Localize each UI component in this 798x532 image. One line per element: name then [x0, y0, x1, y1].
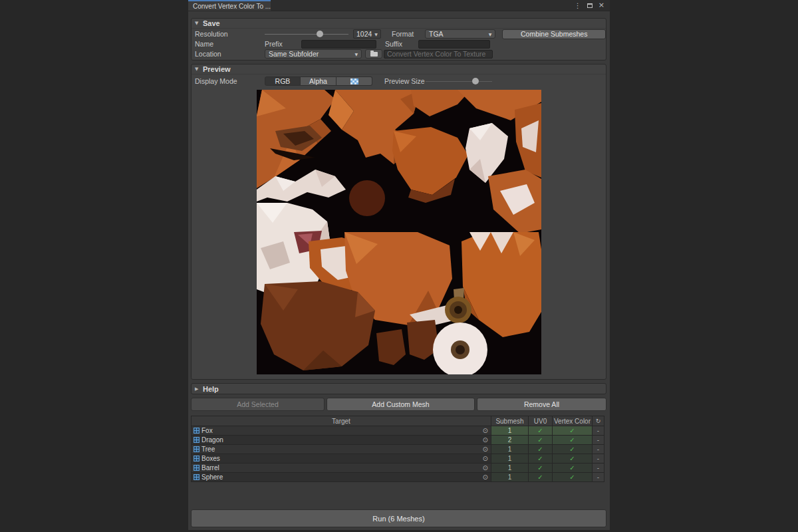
- submesh-cell: 1: [491, 454, 529, 463]
- suffix-input[interactable]: [418, 40, 490, 49]
- object-picker-icon[interactable]: ⊙: [483, 436, 488, 444]
- table-row[interactable]: Fox⊙1✓✓-: [192, 426, 604, 435]
- tab-convert-vertex-color[interactable]: Convert Vertex Color To ...: [188, 0, 271, 11]
- refresh-cell[interactable]: -: [593, 473, 604, 481]
- submesh-cell: 1: [491, 426, 529, 435]
- add-selected-button[interactable]: Add Selected: [191, 398, 325, 411]
- texture-atlas-image: [257, 90, 541, 374]
- preview-header[interactable]: ▼ Preview: [192, 65, 606, 74]
- save-header[interactable]: ▼ Save: [192, 19, 606, 29]
- tab-bar: Convert Vertex Color To ... ⋮ ×: [188, 0, 610, 11]
- object-picker-icon[interactable]: ⊙: [483, 473, 488, 481]
- resolution-slider-handle[interactable]: [317, 31, 323, 37]
- header-vertex-color: Vertex Color: [553, 416, 593, 426]
- combine-submeshes-button[interactable]: Combine Submeshes: [502, 29, 606, 39]
- help-header-label: Help: [203, 385, 219, 393]
- name-row: Name Prefix Suffix: [192, 39, 606, 49]
- check-icon: ✓: [537, 464, 543, 471]
- object-picker-icon[interactable]: ⊙: [483, 464, 488, 471]
- close-icon[interactable]: ×: [598, 2, 604, 9]
- object-picker-icon[interactable]: ⊙: [483, 427, 488, 434]
- vertex-color-cell: ✓: [553, 464, 593, 472]
- uv0-cell: ✓: [529, 464, 553, 472]
- foldout-closed-icon[interactable]: ▶: [195, 386, 200, 392]
- check-icon: ✓: [569, 455, 575, 462]
- location-label: Location: [195, 50, 265, 58]
- vertex-color-cell: ✓: [553, 454, 593, 463]
- maximize-icon[interactable]: [587, 3, 593, 8]
- uv0-cell: ✓: [529, 454, 553, 463]
- preview-size-slider-handle[interactable]: [472, 78, 479, 84]
- object-picker-icon[interactable]: ⊙: [483, 455, 488, 462]
- target-cell[interactable]: Fox⊙: [192, 426, 491, 435]
- mesh-table-header: Target Submesh UV0 Vertex Color ↻: [192, 416, 604, 426]
- target-cell[interactable]: Barrel⊙: [192, 464, 491, 472]
- location-row: Location Same Subfolder ▼ Convert Vertex…: [192, 49, 606, 59]
- object-picker-icon[interactable]: ⊙: [483, 446, 488, 453]
- refresh-cell[interactable]: -: [593, 436, 604, 444]
- check-icon: ✓: [537, 473, 543, 481]
- refresh-cell[interactable]: -: [593, 445, 604, 454]
- help-header[interactable]: ▶ Help: [192, 384, 606, 394]
- resolution-slider[interactable]: [265, 29, 348, 39]
- browse-folder-button[interactable]: [365, 49, 382, 59]
- mesh-icon: [194, 474, 200, 480]
- mesh-icon: [194, 428, 200, 434]
- suffix-label: Suffix: [385, 40, 418, 48]
- texture-preview[interactable]: [257, 90, 541, 374]
- mode-alpha-button[interactable]: Alpha: [301, 76, 336, 86]
- target-cell[interactable]: Sphere⊙: [192, 473, 491, 481]
- target-cell[interactable]: Dragon⊙: [192, 436, 491, 444]
- mesh-icon: [194, 465, 200, 471]
- submesh-cell: 2: [491, 436, 529, 444]
- foldout-open-icon[interactable]: ▼: [195, 66, 200, 72]
- preview-size-slider-track: [426, 81, 492, 82]
- chevron-down-icon: ▼: [352, 52, 358, 57]
- prefix-input[interactable]: [301, 40, 376, 49]
- menu-icon[interactable]: ⋮: [575, 2, 581, 9]
- target-cell[interactable]: Boxes⊙: [192, 454, 491, 463]
- remove-all-button[interactable]: Remove All: [477, 398, 606, 411]
- check-icon: ✓: [537, 436, 543, 444]
- table-row[interactable]: Tree⊙1✓✓-: [192, 445, 604, 454]
- target-cell[interactable]: Tree⊙: [192, 445, 491, 454]
- refresh-cell[interactable]: -: [593, 454, 604, 463]
- save-header-label: Save: [203, 19, 220, 27]
- atlas-piece: [349, 180, 385, 216]
- preview-size-slider[interactable]: [426, 76, 492, 86]
- table-row[interactable]: Barrel⊙1✓✓-: [192, 464, 604, 472]
- check-icon: ✓: [537, 455, 543, 462]
- table-row[interactable]: Sphere⊙1✓✓-: [192, 473, 604, 481]
- refresh-cell[interactable]: -: [593, 464, 604, 472]
- refresh-cell[interactable]: -: [593, 426, 604, 435]
- help-section: ▶ Help: [191, 383, 606, 394]
- format-label: Format: [392, 30, 425, 38]
- submesh-cell: 1: [491, 445, 529, 454]
- run-button[interactable]: Run (6 Meshes): [191, 509, 606, 527]
- check-icon: ✓: [537, 427, 543, 434]
- target-name: Tree: [201, 446, 215, 453]
- mode-checker-button[interactable]: [336, 76, 372, 86]
- editor-window: Convert Vertex Color To ... ⋮ × ▼ Save R…: [188, 0, 610, 530]
- prefix-label: Prefix: [265, 40, 301, 48]
- format-dropdown[interactable]: TGA ▼: [425, 29, 495, 39]
- checkerboard-icon: [350, 78, 358, 84]
- mode-rgb-button[interactable]: RGB: [265, 76, 301, 86]
- preview-header-label: Preview: [203, 65, 231, 73]
- save-section: ▼ Save Resolution 1024 ▼ Format TGA ▼ Co…: [191, 18, 606, 61]
- location-dropdown[interactable]: Same Subfolder ▼: [265, 49, 362, 59]
- foldout-open-icon[interactable]: ▼: [195, 21, 200, 26]
- resolution-value: 1024: [356, 30, 372, 38]
- resolution-label: Resolution: [195, 30, 265, 38]
- resolution-popup[interactable]: 1024 ▼: [353, 29, 381, 39]
- table-row[interactable]: Dragon⊙2✓✓-: [192, 436, 604, 444]
- submesh-cell: 1: [491, 473, 529, 481]
- mesh-table: Target Submesh UV0 Vertex Color ↻ Fox⊙1✓…: [191, 416, 604, 482]
- check-icon: ✓: [569, 427, 575, 434]
- add-custom-mesh-button[interactable]: Add Custom Mesh: [327, 398, 475, 411]
- table-row[interactable]: Boxes⊙1✓✓-: [192, 454, 604, 463]
- refresh-icon[interactable]: ↻: [596, 418, 601, 424]
- target-name: Barrel: [201, 464, 219, 471]
- chevron-down-icon: ▼: [374, 32, 378, 37]
- atlas-piece: [454, 306, 462, 314]
